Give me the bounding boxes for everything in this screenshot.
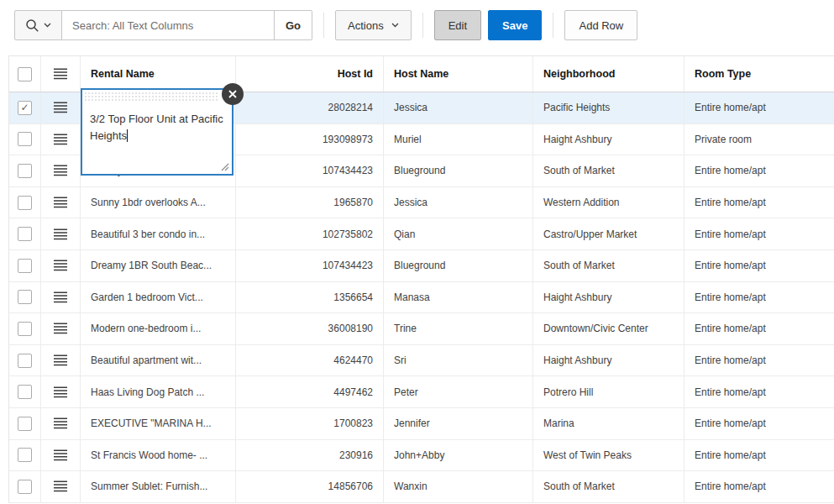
row-select-checkbox[interactable]: [18, 164, 32, 178]
cell-host-id[interactable]: 4624470: [236, 345, 384, 376]
row-menu-icon[interactable]: [54, 417, 67, 429]
cell-rental-name[interactable]: Sunny 1bdr overlooks A...: [81, 187, 236, 218]
cell-room-type[interactable]: Entire home/apt: [685, 282, 834, 313]
cell-host-name[interactable]: Jessica: [384, 187, 533, 218]
row-select-checkbox[interactable]: [18, 354, 32, 368]
cell-host-id[interactable]: 193098973: [236, 124, 384, 155]
row-menu-icon[interactable]: [54, 228, 67, 240]
row-menu-icon[interactable]: [54, 386, 67, 398]
cell-room-type[interactable]: Entire home/apt: [685, 471, 834, 502]
row-select-checkbox[interactable]: [18, 132, 32, 146]
row-select-checkbox[interactable]: [18, 259, 32, 273]
cell-host-id[interactable]: 230916: [236, 440, 384, 471]
cell-rental-name[interactable]: Summer Sublet: Furnish...: [81, 471, 236, 502]
cell-room-type[interactable]: Entire home/apt: [685, 155, 834, 186]
cell-rental-name[interactable]: Beautiful 3 ber condo in...: [81, 218, 236, 249]
cell-neighborhood[interactable]: Haight Ashbury: [533, 345, 685, 376]
row-menu-icon[interactable]: [54, 165, 67, 176]
cell-host-name[interactable]: Peter: [384, 376, 533, 407]
cell-neighborhood[interactable]: Haight Ashbury: [533, 124, 685, 155]
cell-host-id[interactable]: 1700823: [236, 408, 384, 439]
cell-room-type[interactable]: Entire home/apt: [685, 187, 834, 218]
cell-room-type[interactable]: Entire home/apt: [685, 250, 834, 281]
row-menu-icon[interactable]: [54, 197, 67, 208]
header-menu-icon[interactable]: [54, 68, 67, 80]
cell-rental-name[interactable]: EXECUTIVE "MARINA H...: [81, 408, 236, 439]
cell-host-name[interactable]: Qian: [384, 218, 533, 249]
cell-host-name[interactable]: Wanxin: [384, 471, 533, 502]
cell-room-type[interactable]: Entire home/apt: [685, 92, 834, 123]
cell-host-id[interactable]: 36008190: [236, 313, 384, 344]
cell-neighborhood[interactable]: Potrero Hill: [533, 376, 685, 407]
row-select-checkbox[interactable]: [18, 417, 32, 431]
cell-neighborhood[interactable]: South of Market: [533, 250, 685, 281]
cell-host-name[interactable]: Jessica: [384, 92, 533, 123]
cell-room-type[interactable]: Entire home/apt: [685, 345, 834, 376]
select-all-checkbox[interactable]: [18, 67, 32, 81]
row-select-checkbox[interactable]: [18, 480, 32, 494]
cell-host-id[interactable]: 107434423: [236, 250, 384, 281]
cell-neighborhood[interactable]: South of Market: [533, 471, 685, 502]
row-menu-icon[interactable]: [54, 449, 67, 461]
row-select-checkbox[interactable]: [18, 290, 32, 304]
cell-neighborhood[interactable]: South of Market: [533, 155, 685, 186]
cell-room-type[interactable]: Entire home/apt: [685, 218, 834, 249]
cell-neighborhood[interactable]: Haight Ashbury: [533, 282, 685, 313]
cell-neighborhood[interactable]: Castro/Upper Market: [533, 218, 685, 249]
cell-host-id[interactable]: 1356654: [236, 282, 384, 313]
cell-rental-name[interactable]: Modern one-bedroom i...: [81, 313, 236, 344]
cell-host-name[interactable]: Jennifer: [384, 408, 533, 439]
cell-room-type[interactable]: Entire home/apt: [685, 440, 834, 471]
cell-rental-name[interactable]: Haas Living Dog Patch ...: [81, 376, 236, 407]
row-select-checkbox[interactable]: [18, 227, 32, 241]
cell-neighborhood[interactable]: Western Addition: [533, 187, 685, 218]
edit-button[interactable]: Edit: [434, 10, 481, 40]
cell-neighborhood[interactable]: Downtown/Civic Center: [533, 313, 685, 344]
resize-handle-icon[interactable]: [221, 163, 229, 171]
cell-rental-name[interactable]: St Francis Wood home- ...: [81, 440, 236, 471]
cell-host-id[interactable]: 28028214: [236, 92, 384, 123]
cell-host-id[interactable]: 107434423: [236, 155, 384, 186]
cell-rental-name[interactable]: Dreamy 1BR South Beac...: [81, 250, 236, 281]
add-row-button[interactable]: Add Row: [564, 10, 637, 40]
row-menu-icon[interactable]: [54, 102, 67, 113]
cell-host-name[interactable]: Manasa: [384, 282, 533, 313]
cell-host-id[interactable]: 14856706: [236, 471, 384, 502]
cell-rental-name[interactable]: Beautiful apartment wit...: [81, 345, 236, 376]
cell-host-name[interactable]: Muriel: [384, 124, 533, 155]
cell-host-id[interactable]: 4497462: [236, 376, 384, 407]
rental-name-editor[interactable]: 3/2 Top Floor Unit at Pacific Heights: [81, 88, 233, 176]
row-menu-icon[interactable]: [54, 134, 67, 145]
row-select-checkbox[interactable]: [18, 101, 32, 115]
column-header-host-name[interactable]: Host Name: [384, 56, 533, 92]
cell-rental-name[interactable]: Garden 1 bedroom Vict...: [81, 282, 236, 313]
cell-host-name[interactable]: Trine: [384, 313, 533, 344]
cell-host-name[interactable]: Blueground: [384, 250, 533, 281]
actions-button[interactable]: Actions: [335, 10, 412, 40]
row-select-checkbox[interactable]: [18, 322, 32, 336]
search-input[interactable]: [62, 10, 275, 40]
save-button[interactable]: Save: [488, 10, 542, 40]
cell-room-type[interactable]: Entire home/apt: [685, 408, 834, 439]
cell-host-id[interactable]: 102735802: [236, 218, 384, 249]
cell-room-type[interactable]: Entire home/apt: [685, 313, 834, 344]
row-menu-icon[interactable]: [54, 291, 67, 303]
editor-close-button[interactable]: [222, 83, 244, 105]
cell-host-name[interactable]: Sri: [384, 345, 533, 376]
column-header-room-type[interactable]: Room Type: [685, 56, 834, 92]
row-select-checkbox[interactable]: [18, 385, 32, 399]
column-header-neighborhood[interactable]: Neighborhood: [533, 56, 685, 92]
cell-room-type[interactable]: Entire home/apt: [685, 376, 834, 407]
row-select-checkbox[interactable]: [18, 196, 32, 210]
row-menu-icon[interactable]: [54, 480, 67, 492]
row-menu-icon[interactable]: [54, 354, 67, 366]
column-header-rental-name[interactable]: Rental Name: [81, 56, 236, 92]
cell-host-id[interactable]: 1965870: [236, 187, 384, 218]
row-menu-icon[interactable]: [54, 260, 67, 271]
cell-neighborhood[interactable]: Pacific Heights: [533, 92, 685, 123]
row-select-checkbox[interactable]: [18, 448, 32, 462]
go-button[interactable]: Go: [275, 10, 312, 40]
cell-host-name[interactable]: Blueground: [384, 155, 533, 186]
cell-host-name[interactable]: John+Abby: [384, 440, 533, 471]
row-menu-icon[interactable]: [54, 323, 67, 334]
